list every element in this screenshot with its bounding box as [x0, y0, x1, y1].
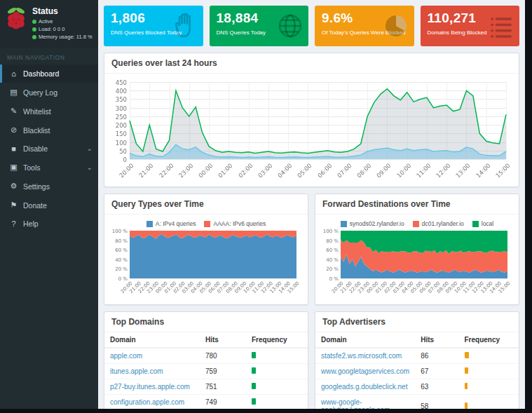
top-domains-table-wrap: DomainHitsFrequencyapple.com780itunes.ap…	[104, 332, 308, 409]
forward-destinations-legend: synods02.rylander.iodc01.rylander.ioloca…	[320, 217, 514, 228]
status-text: Load: 0 0 0	[39, 26, 65, 32]
status-text: Memory usage: 11.8 %	[39, 34, 93, 40]
table-row: p27-buy.itunes.apple.com751	[104, 379, 308, 395]
frequency-bar	[252, 398, 256, 405]
sidebar-item-tools[interactable]: ▣Tools⌄	[0, 158, 98, 177]
status-line: Active	[32, 18, 93, 25]
hits-value: 759	[200, 364, 246, 379]
sidebar-item-donate[interactable]: ⚑Donate	[0, 196, 98, 215]
legend-item[interactable]: synods02.rylander.io	[341, 220, 404, 227]
queries-over-time-chart[interactable]	[109, 76, 513, 183]
tables-row: Top Domains DomainHitsFrequencyapple.com…	[104, 305, 519, 409]
column-header-hits[interactable]: Hits	[415, 332, 458, 348]
hand-icon	[171, 12, 199, 40]
legend-item[interactable]: local	[472, 220, 493, 227]
top-advertisers-table-wrap: DomainHitsFrequencystatsfe2.ws.microsoft…	[315, 332, 519, 409]
stat-cards: 1,806DNS Queries Blocked Today18,884DNS …	[104, 6, 519, 46]
question-icon: ?	[9, 219, 18, 228]
top-advertisers-box: Top Advertisers DomainHitsFrequencystats…	[315, 311, 519, 409]
domain-link[interactable]: www.googletagservices.com	[321, 367, 409, 375]
sidebar-item-label: Donate	[23, 201, 93, 210]
file-icon: ▤	[9, 88, 18, 97]
column-header-hits[interactable]: Hits	[200, 332, 246, 348]
stat-card-2: 9.6%Of Today's Queries Were Blocked	[315, 6, 414, 46]
table-row: statsfe2.ws.microsoft.com86	[315, 348, 519, 364]
brand[interactable]: Status ActiveLoad: 0 0 0Memory usage: 11…	[0, 0, 98, 48]
column-header-domain[interactable]: Domain	[315, 332, 415, 348]
stat-card-3: 110,271Domains Being Blocked	[421, 6, 520, 46]
charts-row: Query Types over Time A: IPv4 queriesAAA…	[104, 187, 519, 305]
hits-value: 751	[200, 379, 246, 395]
legend-swatch	[413, 221, 419, 227]
hits-value: 58	[415, 395, 458, 409]
frequency-bar	[252, 367, 256, 374]
sidebar-item-label: Dashboard	[23, 69, 93, 78]
home-icon: ⌂	[9, 69, 18, 78]
pie-icon	[382, 12, 410, 40]
legend-swatch	[341, 221, 347, 227]
column-header-domain[interactable]: Domain	[104, 332, 200, 348]
frequency-bar	[252, 383, 256, 389]
frequency-bar	[465, 383, 468, 389]
domain-link[interactable]: itunes.apple.com	[110, 367, 163, 375]
status-line: Memory usage: 11.8 %	[32, 34, 93, 40]
legend-item[interactable]: A: IPv4 queries	[146, 220, 196, 227]
table-row: www-google-analytics.l.google.com58	[315, 395, 519, 409]
flag-icon: ⚑	[9, 201, 18, 210]
top-advertisers-table: DomainHitsFrequencystatsfe2.ws.microsoft…	[315, 332, 519, 409]
sidebar-item-label: Query Log	[23, 88, 93, 97]
status-text: Active	[39, 18, 53, 25]
hits-value: 67	[415, 364, 458, 379]
hits-value: 63	[415, 379, 458, 395]
top-advertisers-title: Top Advertisers	[315, 312, 519, 332]
table-row: googleads.g.doubleclick.net63	[315, 379, 519, 395]
sidebar-item-blacklist[interactable]: ⊘Blacklist	[0, 121, 98, 140]
frequency-bar	[252, 352, 256, 358]
sidebar-item-label: Whitelist	[23, 107, 93, 116]
domain-link[interactable]: configuration.apple.com	[110, 398, 184, 406]
stop-icon: ■	[9, 144, 18, 153]
sidebar-item-help[interactable]: ?Help	[0, 215, 98, 233]
column-header-frequency[interactable]: Frequency	[459, 332, 519, 348]
legend-item[interactable]: AAAA: IPv6 queries	[204, 220, 266, 227]
nav-header: MAIN NAVIGATION	[0, 48, 98, 65]
stat-card-0: 1,806DNS Queries Blocked Today	[104, 6, 203, 46]
sidebar-item-settings[interactable]: ⚙Settings	[0, 177, 98, 196]
main-content: 1,806DNS Queries Blocked Today18,884DNS …	[98, 0, 525, 409]
query-types-legend: A: IPv4 queriesAAAA: IPv6 queries	[109, 217, 303, 228]
ban-icon: ⊘	[9, 126, 18, 135]
queries-chart-title: Queries over last 24 hours	[104, 53, 519, 74]
domain-link[interactable]: googleads.g.doubleclick.net	[321, 383, 407, 391]
column-header-frequency[interactable]: Frequency	[246, 332, 308, 348]
table-row: itunes.apple.com759	[104, 364, 308, 379]
sidebar-item-query-log[interactable]: ▤Query Log	[0, 83, 98, 102]
table-row: www.googletagservices.com67	[315, 364, 519, 379]
domain-link[interactable]: www-google-analytics.l.google.com	[321, 398, 390, 409]
sidebar-item-label: Settings	[23, 182, 93, 191]
query-types-chart[interactable]	[109, 228, 299, 301]
stat-card-1: 18,884DNS Queries Today	[210, 6, 309, 46]
frequency-bar	[465, 352, 469, 358]
sidebar-item-disable[interactable]: ■Disable⌄	[0, 140, 98, 158]
sidebar-item-whitelist[interactable]: ✎Whitelist	[0, 102, 98, 121]
sidebar-item-label: Help	[23, 219, 93, 228]
forward-destinations-chart[interactable]	[320, 228, 510, 301]
chevron-down-icon: ⌄	[87, 147, 93, 151]
sidebar-item-label: Disable	[23, 144, 82, 153]
legend-swatch	[472, 221, 479, 227]
queries-chart-box: Queries over last 24 hours	[104, 53, 519, 187]
domain-link[interactable]: p27-buy.itunes.apple.com	[110, 383, 190, 391]
domain-link[interactable]: statsfe2.ws.microsoft.com	[321, 352, 402, 360]
chevron-down-icon: ⌄	[87, 165, 93, 170]
sidebar-item-dashboard[interactable]: ⌂Dashboard	[0, 65, 98, 83]
status-dot	[32, 35, 36, 39]
forward-destinations-box: Forward Destinations over Time synods02.…	[315, 194, 519, 305]
globe-icon	[276, 12, 304, 40]
frequency-bar	[465, 402, 468, 409]
legend-item[interactable]: dc01.rylander.io	[413, 220, 464, 227]
status-dot	[32, 27, 36, 32]
status-panel: Status ActiveLoad: 0 0 0Memory usage: 11…	[32, 6, 93, 41]
domain-link[interactable]: apple.com	[110, 352, 142, 360]
table-row: apple.com780	[104, 348, 308, 364]
hits-value: 749	[200, 395, 246, 409]
